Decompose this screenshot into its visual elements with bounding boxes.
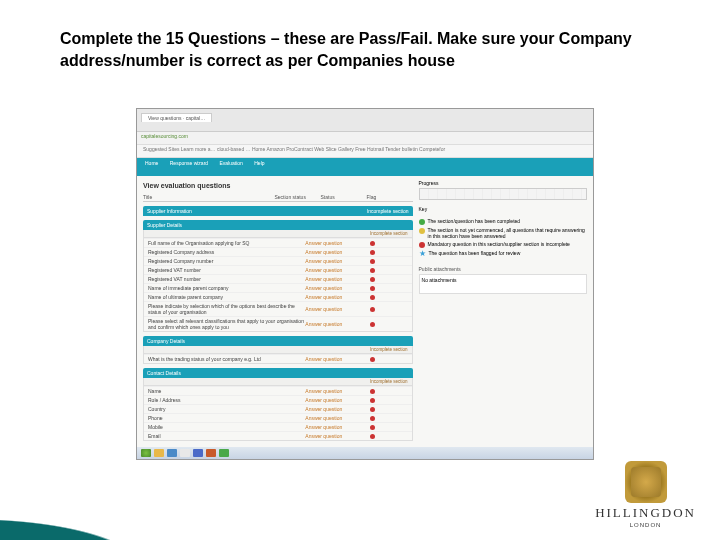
section-rows: Full name of the Organisation applying f… bbox=[143, 238, 413, 332]
question-text: Name of ultimate parent company bbox=[148, 294, 305, 300]
question-row: Name of ultimate parent companyAnswer qu… bbox=[144, 292, 412, 301]
table-header: Title Section status Status Flag bbox=[143, 193, 413, 202]
question-row: What is the trading status of your compa… bbox=[144, 354, 412, 363]
taskbar-app-icon bbox=[154, 449, 164, 457]
taskbar-ppt-icon bbox=[206, 449, 216, 457]
status-cell bbox=[360, 241, 384, 246]
question-text: Mobile bbox=[148, 424, 305, 430]
answer-link: Answer question bbox=[305, 321, 360, 327]
answer-link: Answer question bbox=[305, 285, 360, 291]
dot-red-icon bbox=[370, 389, 375, 394]
question-row: MobileAnswer question bbox=[144, 422, 412, 431]
question-row: Registered VAT numberAnswer question bbox=[144, 265, 412, 274]
dot-red-icon bbox=[370, 398, 375, 403]
question-text: Full name of the Organisation applying f… bbox=[148, 240, 305, 246]
status-cell bbox=[360, 286, 384, 291]
question-row: Registered Company numberAnswer question bbox=[144, 256, 412, 265]
section-status: Incomplete section bbox=[143, 378, 413, 386]
browser-screenshot: View questions · capital… capitalesourci… bbox=[136, 108, 594, 460]
status-cell bbox=[360, 425, 384, 430]
question-text: Role / Address bbox=[148, 397, 305, 403]
question-row: Please indicate by selection which of th… bbox=[144, 301, 412, 316]
answer-link: Answer question bbox=[305, 267, 360, 273]
slide-heading: Complete the 15 Questions – these are Pa… bbox=[60, 28, 660, 71]
status-cell bbox=[360, 322, 384, 327]
nav-resp: Response wizard bbox=[170, 160, 208, 166]
browser-tab: View questions · capital… bbox=[141, 113, 212, 122]
answer-link: Answer question bbox=[305, 249, 360, 255]
question-text: Name of immediate parent company bbox=[148, 285, 305, 291]
progress-label: Progress bbox=[419, 180, 587, 186]
question-row: Name of immediate parent companyAnswer q… bbox=[144, 283, 412, 292]
key-text: The section/question has been completed bbox=[428, 218, 521, 224]
answer-link: Answer question bbox=[305, 306, 360, 312]
swoosh-graphic bbox=[0, 480, 420, 540]
section-name: Supplier Details bbox=[147, 222, 182, 228]
answer-link: Answer question bbox=[305, 356, 360, 362]
panel-title: View evaluation questions bbox=[143, 182, 413, 189]
status-cell bbox=[360, 398, 384, 403]
app-nav: Home Response wizard Evaluation Help bbox=[137, 158, 593, 176]
section-status: Incomplete section bbox=[143, 346, 413, 354]
key-label: Key bbox=[419, 206, 587, 212]
question-text: Please indicate by selection which of th… bbox=[148, 303, 305, 315]
logo-text: HILLINGDON bbox=[595, 505, 696, 521]
question-row: Role / AddressAnswer question bbox=[144, 395, 412, 404]
question-row: CountryAnswer question bbox=[144, 404, 412, 413]
status-cell bbox=[360, 416, 384, 421]
section-name: Supplier Information bbox=[147, 208, 192, 214]
bookmarks-bar: Suggested Sites Learn more a… cloud-base… bbox=[137, 145, 593, 158]
dot-red-icon bbox=[370, 241, 375, 246]
question-row: PhoneAnswer question bbox=[144, 413, 412, 422]
status-cell bbox=[360, 250, 384, 255]
question-row: Registered Company addressAnswer questio… bbox=[144, 247, 412, 256]
question-text: Registered Company number bbox=[148, 258, 305, 264]
question-text: Country bbox=[148, 406, 305, 412]
col-title: Title bbox=[143, 194, 274, 200]
section-name: Contact Details bbox=[147, 370, 181, 376]
key-text: The section is not yet commenced, all qu… bbox=[428, 227, 587, 239]
slide-footer: HILLINGDON LONDON bbox=[0, 460, 720, 540]
dot-red-icon bbox=[370, 250, 375, 255]
question-text: Phone bbox=[148, 415, 305, 421]
dot-red-icon bbox=[370, 295, 375, 300]
status-cell bbox=[360, 277, 384, 282]
dot-green-icon bbox=[419, 219, 425, 225]
dot-red-icon bbox=[370, 259, 375, 264]
taskbar-excel-icon bbox=[219, 449, 229, 457]
answer-link: Answer question bbox=[305, 415, 360, 421]
question-text: Please select all relevant classificatio… bbox=[148, 318, 305, 330]
section-name: Company Details bbox=[147, 338, 185, 344]
question-row: Registered VAT numberAnswer question bbox=[144, 274, 412, 283]
dot-red-icon bbox=[370, 322, 375, 327]
dot-red-icon bbox=[370, 434, 375, 439]
answer-link: Answer question bbox=[305, 424, 360, 430]
section-rows: What is the trading status of your compa… bbox=[143, 354, 413, 364]
question-text: What is the trading status of your compa… bbox=[148, 356, 305, 362]
question-text: Registered VAT number bbox=[148, 276, 305, 282]
key-text: The question has been flagged for review bbox=[429, 250, 521, 256]
status-cell bbox=[360, 434, 384, 439]
question-text: Registered VAT number bbox=[148, 267, 305, 273]
answer-link: Answer question bbox=[305, 406, 360, 412]
progress-bar bbox=[419, 188, 587, 200]
dot-red-icon bbox=[370, 286, 375, 291]
col-flag: Flag bbox=[367, 194, 413, 200]
section-header: Contact Details bbox=[143, 368, 413, 378]
section-rows: NameAnswer questionRole / AddressAnswer … bbox=[143, 386, 413, 441]
browser-chrome: View questions · capital… bbox=[137, 109, 593, 132]
dot-red-icon bbox=[370, 268, 375, 273]
question-text: Registered Company address bbox=[148, 249, 305, 255]
answer-link: Answer question bbox=[305, 240, 360, 246]
hillingdon-logo: HILLINGDON LONDON bbox=[595, 461, 696, 528]
status-cell bbox=[360, 307, 384, 312]
star-icon: ★ bbox=[419, 250, 426, 258]
status-cell bbox=[360, 407, 384, 412]
question-row: NameAnswer question bbox=[144, 386, 412, 395]
answer-link: Answer question bbox=[305, 388, 360, 394]
section-header: Supplier InformationIncomplete section bbox=[143, 206, 413, 216]
url-text: capitalesourcing.com bbox=[141, 133, 188, 139]
answer-link: Answer question bbox=[305, 276, 360, 282]
col-status: Section status bbox=[274, 194, 320, 200]
section-sub: Incomplete section bbox=[367, 208, 409, 214]
